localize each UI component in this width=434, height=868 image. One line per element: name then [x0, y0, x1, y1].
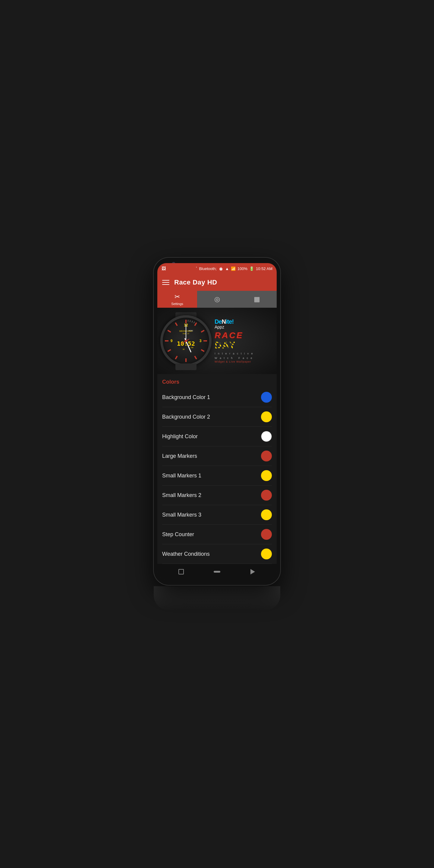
setting-row-small3[interactable]: Small Markers 3 [162, 505, 272, 525]
brand-race-text: RACE [215, 331, 243, 340]
brand-denite-text: DeNite! [215, 318, 234, 324]
setting-label-small2: Small Markers 2 [162, 492, 201, 498]
color-dot-weather [261, 549, 272, 559]
svg-text:★361: ★361 [188, 330, 193, 332]
color-dot-large-markers [261, 451, 272, 461]
phone-reflection [154, 586, 280, 610]
recents-icon [179, 569, 184, 575]
setting-label-highlight: Highlight Color [162, 433, 198, 440]
setting-row-large-markers[interactable]: Large Markers [162, 446, 272, 466]
svg-text:3: 3 [199, 339, 202, 343]
brand-day-text: DAY [215, 340, 236, 351]
brand-section: DeNite! Appz RACE DAY I n t e r a c t i … [212, 315, 274, 366]
tab-watch[interactable]: ◎ [197, 291, 237, 308]
alarm-icon: ⏰ [218, 267, 223, 271]
svg-rect-1 [194, 322, 197, 326]
svg-rect-6 [185, 358, 187, 362]
wifi-icon: ▲ [225, 267, 229, 271]
svg-rect-9 [165, 340, 168, 341]
setting-row-small1[interactable]: Small Markers 1 [162, 466, 272, 486]
svg-rect-3 [204, 340, 207, 341]
brand-sub1-text: I n t e r a c t i v eW a t c h F a c e [215, 351, 254, 360]
navigation-bar [157, 564, 277, 580]
color-dot-small2 [261, 490, 272, 501]
svg-rect-13 [190, 320, 190, 322]
setting-label-bg2: Background Color 2 [162, 414, 210, 420]
back-button[interactable] [247, 566, 258, 577]
setting-label-step: Step Counter [162, 531, 194, 538]
hamburger-menu-button[interactable] [162, 280, 169, 285]
svg-rect-10 [167, 330, 171, 333]
battery-text: 100% [238, 267, 247, 271]
setting-row-small2[interactable]: Small Markers 2 [162, 486, 272, 505]
setting-row-highlight[interactable]: Highlight Color [162, 427, 272, 446]
app-bar: Race Day HD [157, 274, 277, 291]
setting-row-weather[interactable]: Weather Conditions [162, 544, 272, 564]
setting-label-small3: Small Markers 3 [162, 512, 201, 518]
svg-text:AM: AM [191, 347, 193, 348]
color-dot-small3 [261, 509, 272, 520]
setting-row-bg1[interactable]: Background Color 1 [162, 388, 272, 407]
settings-icon: ✂ [175, 293, 180, 301]
app-title: Race Day HD [174, 278, 217, 286]
setting-row-step[interactable]: Step Counter [162, 525, 272, 544]
signal-icon: 📶 [231, 267, 236, 271]
status-icons-left: 🖼 [161, 266, 166, 271]
watch-icon: ◎ [214, 296, 220, 303]
setting-label-small1: Small Markers 1 [162, 472, 201, 479]
svg-rect-4 [201, 349, 204, 352]
battery-icon: 🔋 [249, 267, 254, 271]
setting-label-weather: Weather Conditions [162, 551, 210, 557]
tabs-bar: ✂ Settings ◎ ▦ [157, 291, 277, 308]
setting-label-large-markers: Large Markers [162, 453, 197, 459]
color-dot-bg1 [261, 392, 272, 403]
brand-appz-text: Appz [215, 324, 224, 330]
svg-text:38: 38 [183, 348, 185, 350]
svg-rect-8 [167, 349, 171, 352]
tab-info[interactable]: ▦ [237, 291, 277, 308]
svg-rect-15 [193, 321, 195, 323]
bluetooth-icon: Bluetooth; [199, 267, 217, 271]
svg-point-28 [185, 340, 187, 342]
watch-case: 12 3 9 WEDNESDAY FEB. 27 10:52 [160, 315, 212, 367]
status-icons-right: ʿ︎ Bluetooth; ⏰ ▲ 📶 100% 🔋 10:52 AM [196, 267, 273, 271]
svg-rect-14 [192, 321, 193, 322]
phone-screen: 🖼 ʿ︎ Bluetooth; ⏰ ▲ 📶 100% 🔋 10:52 AM [157, 263, 277, 580]
phone-device: 🖼 ʿ︎ Bluetooth; ⏰ ▲ 📶 100% 🔋 10:52 AM [154, 258, 280, 585]
brand-widget-text: Widget & Live Wallpaper [215, 360, 251, 363]
svg-rect-2 [201, 330, 204, 333]
time-display: 10:52 AM [256, 267, 273, 271]
status-bar: 🖼 ʿ︎ Bluetooth; ⏰ ▲ 📶 100% 🔋 10:52 AM [157, 263, 277, 274]
color-dot-small1 [261, 470, 272, 481]
back-icon [250, 569, 255, 575]
gallery-icon: 🖼 [161, 266, 166, 271]
tab-settings[interactable]: ✂ Settings [157, 291, 197, 308]
svg-rect-11 [175, 322, 178, 326]
setting-label-bg1: Background Color 1 [162, 394, 210, 401]
colors-section-title: Colors [162, 374, 272, 388]
home-icon [214, 571, 220, 572]
recents-button[interactable] [176, 566, 187, 577]
svg-rect-5 [194, 355, 197, 359]
tab-settings-label: Settings [171, 302, 183, 306]
svg-rect-12 [188, 320, 189, 321]
svg-text:9: 9 [170, 339, 173, 343]
watch-preview: 12 3 9 WEDNESDAY FEB. 27 10:52 [157, 308, 277, 374]
setting-row-bg2[interactable]: Background Color 2 [162, 407, 272, 427]
color-dot-bg2 [261, 411, 272, 422]
color-dot-highlight [261, 431, 272, 442]
svg-rect-7 [175, 355, 178, 359]
bluetooth-icon: ʿ︎ [196, 267, 197, 271]
home-button[interactable] [212, 566, 222, 577]
info-icon: ▦ [254, 296, 260, 303]
watch-face-display: 12 3 9 WEDNESDAY FEB. 27 10:52 [160, 315, 212, 367]
colors-section: Colors Background Color 1 Background Col… [157, 374, 277, 564]
color-dot-step [261, 529, 272, 540]
